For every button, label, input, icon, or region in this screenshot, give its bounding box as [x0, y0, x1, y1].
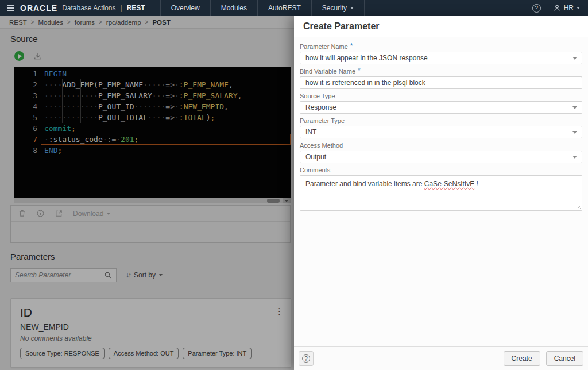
- panel-help-button[interactable]: ?: [299, 351, 314, 366]
- parameter-name-value: how it will appear in the JSON response: [305, 54, 428, 62]
- trash-icon[interactable]: [18, 209, 26, 218]
- access-method-label: Access Method: [300, 142, 343, 149]
- badge-parameter-type: Parameter Type: INT: [183, 348, 252, 359]
- parameters-controls: ↓↑ Sort by: [10, 268, 291, 282]
- field-access-method: Access Method Output: [300, 142, 582, 163]
- chevron-down-icon: [577, 7, 580, 9]
- app-name: REST: [127, 4, 145, 12]
- parameter-name-combobox[interactable]: how it will appear in the JSON response: [300, 52, 582, 64]
- breadcrumb-separator: >: [67, 19, 71, 25]
- parameters-title: Parameters: [10, 252, 291, 261]
- parameter-card-title: ID: [20, 306, 281, 319]
- bind-variable-name-value: how it is referenced in in the plsql blo…: [305, 79, 425, 87]
- navbar-right: ? HR: [532, 3, 588, 13]
- required-marker: *: [350, 43, 353, 49]
- open-external-icon[interactable]: [55, 209, 63, 218]
- breadcrumb-modules[interactable]: Modules: [38, 19, 63, 26]
- top-navbar: ORACLE Database Actions | REST Overview …: [0, 0, 588, 16]
- code-line-4[interactable]: 4············P_OUT_ID·······=>·:NEW_EMPI…: [14, 101, 291, 112]
- code-line-content: ············P_OUT_ID·······=>·:NEW_EMPID…: [41, 101, 291, 112]
- tab-security[interactable]: Security: [311, 0, 365, 16]
- line-number: 7: [14, 134, 41, 145]
- line-number: 2: [14, 79, 41, 90]
- breadcrumb-forums[interactable]: forums: [75, 19, 95, 26]
- create-button[interactable]: Create: [504, 351, 540, 366]
- download-icon[interactable]: [33, 52, 42, 61]
- code-line-2[interactable]: 2····ADD_EMP(P_EMP_NAME·····=>·:P_EMP_NA…: [14, 79, 291, 90]
- hamburger-menu-icon[interactable]: [6, 3, 16, 13]
- access-method-select[interactable]: Output: [300, 151, 582, 163]
- sort-by-control[interactable]: ↓↑ Sort by: [126, 271, 163, 279]
- line-number: 4: [14, 101, 41, 112]
- info-icon[interactable]: [36, 209, 45, 218]
- product-name: Database Actions: [62, 4, 115, 12]
- code-line-content: ····ADD_EMP(P_EMP_NAME·····=>·:P_EMP_NAM…: [41, 79, 291, 90]
- download-dropdown[interactable]: Download: [73, 210, 110, 218]
- breadcrumb-separator: >: [31, 19, 34, 25]
- comments-text: Parameter and bind variable items are: [305, 180, 424, 188]
- breadcrumb-separator: >: [145, 19, 149, 25]
- chevron-down-icon: [350, 7, 354, 9]
- tab-security-label: Security: [322, 4, 347, 12]
- search-parameter-box: [10, 268, 117, 282]
- badge-source-type: Source Type: RESPONSE: [20, 348, 105, 359]
- breadcrumb: REST > Modules > forums > rpc/addemp > P…: [0, 16, 294, 29]
- code-line-6[interactable]: 6commit;: [14, 123, 291, 134]
- person-icon: [553, 4, 561, 12]
- help-icon[interactable]: ?: [532, 4, 541, 13]
- line-number: 8: [14, 145, 41, 156]
- breadcrumb-rpc-addemp[interactable]: rpc/addemp: [106, 19, 141, 26]
- oracle-logo: ORACLE: [20, 3, 57, 13]
- tab-autorest[interactable]: AutoREST: [257, 0, 311, 16]
- line-number: 3: [14, 90, 41, 101]
- code-line-8[interactable]: 8END;: [14, 145, 291, 156]
- panel-footer: ? Create Cancel: [294, 346, 588, 370]
- code-line-1[interactable]: 1BEGIN: [14, 68, 291, 79]
- bind-variable-name-input[interactable]: how it is referenced in in the plsql blo…: [300, 76, 582, 89]
- search-icon[interactable]: [104, 271, 112, 279]
- source-toolbar: [14, 51, 291, 61]
- tab-overview[interactable]: Overview: [160, 0, 210, 16]
- navbar-brand-group: ORACLE Database Actions | REST: [0, 3, 153, 13]
- help-icon: ?: [302, 354, 310, 363]
- line-number: 5: [14, 112, 41, 123]
- app-screen: ORACLE Database Actions | REST Overview …: [0, 0, 588, 370]
- tab-modules[interactable]: Modules: [210, 0, 257, 16]
- breadcrumb-rest[interactable]: REST: [9, 19, 27, 26]
- source-title: Source: [10, 34, 291, 44]
- code-editor[interactable]: 1BEGIN2····ADD_EMP(P_EMP_NAME·····=>·:P_…: [14, 67, 291, 198]
- chevron-down-icon: [107, 213, 110, 215]
- source-type-label: Source Type: [300, 92, 335, 99]
- card-menu-icon[interactable]: ⋮: [275, 307, 284, 315]
- cancel-button[interactable]: Cancel: [546, 351, 583, 366]
- code-line-3[interactable]: 3············P_EMP_SALARY···=>·:P_EMP_SA…: [14, 90, 291, 101]
- indent-guide: [62, 79, 63, 123]
- scrollbar-thumb[interactable]: [267, 199, 280, 203]
- code-line-7[interactable]: 7·:status_code·:=·201;: [14, 134, 291, 145]
- run-button[interactable]: [14, 51, 24, 61]
- chevron-down-icon: [572, 106, 577, 109]
- chevron-down-icon: [159, 274, 163, 276]
- parameter-type-select[interactable]: INT: [300, 126, 582, 138]
- source-section: Source 1BEGIN2····ADD_EMP(P_EMP_NAME····…: [0, 34, 294, 368]
- code-line-content: BEGIN: [41, 68, 291, 79]
- code-line-content: ·:status_code·:=·201;: [41, 134, 291, 145]
- code-line-5[interactable]: 5············P_OUT_TOTAL····=>·:TOTAL);: [14, 112, 291, 123]
- textarea-resize-handle[interactable]: [575, 204, 581, 209]
- comments-textarea[interactable]: Parameter and bind variable items are Ca…: [300, 175, 582, 211]
- chevron-down-icon: [572, 156, 577, 159]
- code-line-content: commit;: [41, 123, 291, 134]
- access-method-value: Output: [305, 153, 326, 161]
- parameter-type-label: Parameter Type: [300, 117, 345, 124]
- field-parameter-name: Parameter Name * how it will appear in t…: [300, 43, 582, 64]
- code-lines: 1BEGIN2····ADD_EMP(P_EMP_NAME·····=>·:P_…: [14, 68, 291, 156]
- navbar-divider: [547, 3, 547, 13]
- workspace-dimmed: REST > Modules > forums > rpc/addemp > P…: [0, 16, 294, 370]
- source-type-select[interactable]: Response: [300, 101, 582, 114]
- field-bind-variable-name: Bind Variable Name * how it is reference…: [300, 68, 582, 89]
- search-parameter-input[interactable]: [15, 271, 104, 279]
- parameter-card: ⋮ ID NEW_EMPID No comments available Sou…: [10, 298, 291, 368]
- editor-horizontal-scrollbar[interactable]: [14, 198, 291, 203]
- user-menu[interactable]: HR: [553, 4, 580, 12]
- scrollbar-arrow-button[interactable]: [283, 198, 291, 203]
